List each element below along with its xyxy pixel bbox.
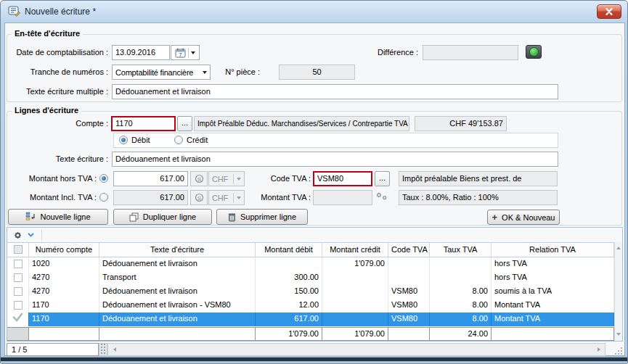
amount-incl-vat-label: Montant Incl. TVA : [7,190,97,205]
close-icon [605,8,613,15]
account-balance-field: CHF 49'153.87 [415,116,507,131]
cell-text: Dédouanement et livraison [99,313,256,326]
date-input[interactable]: 13.09.2016 [112,45,170,60]
delete-line-label: Supprimer ligne [240,212,296,221]
entry-text-input[interactable]: Dédouanement et livraison [112,152,558,167]
new-row-icon [25,212,36,222]
cell-vat-code [388,257,430,271]
currency-convert-button: S [190,171,208,186]
currency-convert-button: S [190,190,208,205]
header-vat-code[interactable]: Code TVA [388,243,430,257]
difference-label: Différence : [320,45,418,60]
delete-line-button[interactable]: Supprimer ligne [216,209,308,225]
copy-icon [129,212,139,222]
vat-code-input[interactable]: VSM80 [313,171,372,186]
credit-radio[interactable] [174,136,183,144]
ok-new-button[interactable]: + OK & Nouveau [487,210,560,225]
cell-vat-rate [430,271,492,285]
multi-text-label: Texte écriture multiple : [7,84,108,99]
trash-icon [228,212,236,222]
header-debit[interactable]: Montant débit [256,243,322,257]
cell-text: Dédouanement et livraison - VSM80 [99,299,256,313]
scroll-right-button[interactable] [592,344,605,355]
cell-account: 1170 [29,299,99,313]
amount-excl-vat-radio[interactable] [99,174,108,183]
cell-credit: 1'079.00 [322,257,388,271]
scroll-left-button[interactable] [108,344,121,355]
row-checkbox[interactable] [14,287,23,296]
window-bottom-frame [1,356,627,364]
vat-code-browse-button[interactable]: ... [375,171,390,186]
totals-vat-relation [492,327,614,341]
number-range-label: Tranche de numéros : [7,65,108,80]
account-browse-button[interactable]: ... [177,116,192,131]
table-row[interactable]: 4270 Dédouanement et livraison 150.00 VS… [7,285,614,299]
currency-select: CHF [208,190,245,205]
cell-debit [256,257,322,271]
pane-splitter-handle[interactable] [99,343,107,356]
row-checkbox[interactable] [14,301,23,310]
cell-account: 4270 [29,285,99,299]
header-select-cell[interactable] [7,243,29,257]
account-label: Compte : [7,116,108,131]
button-separator [188,48,189,58]
cell-credit [322,313,388,326]
gear-icon[interactable] [13,231,23,240]
plus-icon: + [492,214,498,221]
header-vat-rate[interactable]: Taux TVA [430,243,492,257]
svg-text:S: S [197,195,200,202]
currency-select: CHF [208,171,245,186]
cell-text: Transport [99,271,256,285]
header-credit[interactable]: Montant crédit [322,243,388,257]
close-button[interactable] [597,4,621,19]
amount-incl-vat-radio[interactable] [99,193,108,202]
header-account[interactable]: Numéro compte [29,243,99,257]
entry-lines-table: Numéro compte Texte d'écriture Montant d… [7,227,623,342]
cell-vat-code: VSM80 [388,313,430,326]
horizontal-scrollbar[interactable] [107,343,605,356]
cell-vat-relation: Montant TVA [492,313,614,326]
row-checkbox[interactable] [14,273,23,282]
row-checkbox[interactable] [14,260,23,268]
scroll-down-button[interactable] [615,328,622,340]
table-row-selected[interactable]: 1170 Dédouanement et livraison 617.00 VS… [7,313,614,326]
date-picker-button[interactable]: 7 [171,45,200,60]
resize-grip[interactable] [614,347,623,357]
cell-account: 4270 [29,271,99,285]
group-title: Lignes d'écriture [12,106,81,115]
cell-vat-rate: 8.00 [430,285,492,299]
debit-radio[interactable] [119,136,128,144]
vertical-scrollbar[interactable] [614,242,622,341]
table-row[interactable]: 1170 Dédouanement et livraison - VSM80 1… [7,299,614,313]
multi-text-input[interactable]: Dédouanement et livraison [112,84,558,99]
table-row[interactable]: 4270 Transport 300.00 hors TVA [7,271,614,285]
currency-circle-s-icon: S [194,192,205,203]
cell-credit [322,271,388,285]
cell-vat-relation: soumis à la TVA [492,285,614,299]
cell-debit: 617.00 [256,313,322,326]
chevron-down-icon[interactable] [28,233,34,237]
scroll-up-button[interactable] [615,242,622,254]
new-line-button[interactable]: Nouvelle ligne [8,209,108,225]
gears-icon [375,191,388,204]
header-text[interactable]: Texte d'écriture [99,243,256,257]
duplicate-line-button[interactable]: Dupliquer ligne [113,209,212,225]
balance-status-indicator [526,45,542,59]
row-select-cell [7,313,29,326]
document-edit-icon [8,6,20,18]
cell-credit [322,285,388,299]
amount-excl-vat-input[interactable]: 617.00 [113,171,188,186]
table-header-row: Numéro compte Texte d'écriture Montant d… [7,242,614,257]
table-row[interactable]: 1020 Dédouanement et livraison 1'079.00 … [7,257,614,271]
select-all-checkbox[interactable] [14,245,23,254]
vat-amount-field [313,190,372,205]
cell-debit: 300.00 [256,271,322,285]
dialog-window: Nouvelle écriture * En-tête d'écriture D… [0,0,628,364]
account-input[interactable]: 1170 [111,116,176,131]
totals-text [99,327,256,341]
header-vat-relation[interactable]: Relation TVA [492,243,614,257]
cell-debit: 12.00 [256,299,322,313]
entry-text-label: Texte écriture : [7,152,108,167]
number-range-value: Comptabilité financière [115,68,200,77]
cell-vat-code: VSM80 [388,285,430,299]
